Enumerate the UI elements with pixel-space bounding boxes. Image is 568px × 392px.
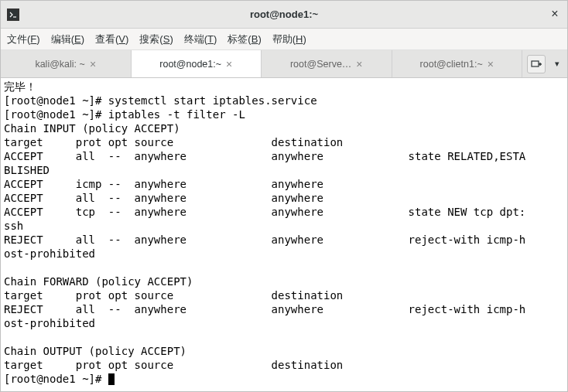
tab-node1[interactable]: root@node1:~ × [132,50,262,77]
menu-help[interactable]: 帮助(H) [272,32,306,46]
new-tab-icon [531,59,542,70]
svg-rect-0 [9,10,18,19]
close-icon[interactable]: × [488,59,494,70]
tab-label: root@node1:~ [159,59,221,70]
tabbar: kali@kali: ~ × root@node1:~ × root@Serve… [1,50,567,78]
close-icon[interactable]: × [90,59,96,70]
window-title: root@node1:~ [1,9,567,20]
tab-label: kali@kali: ~ [35,59,84,70]
titlebar: root@node1:~ × [1,1,567,29]
tab-clietn1[interactable]: root@clietn1:~ × [392,50,523,77]
close-icon[interactable]: × [549,9,561,21]
menu-tabs[interactable]: 标签(B) [228,32,261,46]
chevron-down-icon[interactable]: ▾ [552,59,563,69]
terminal-app-icon [7,9,19,21]
close-icon[interactable]: × [356,59,362,70]
close-icon[interactable]: × [226,59,232,70]
menu-view[interactable]: 查看(V) [95,32,128,46]
menu-edit[interactable]: 编辑(E) [51,32,84,46]
terminal-output[interactable]: 完毕！ [root@node1 ~]# systemctl start ipta… [1,78,567,391]
tab-kali[interactable]: kali@kali: ~ × [1,50,132,77]
tabbar-controls: ▾ [522,50,567,77]
tab-label: root@clietn1:~ [420,59,483,70]
menubar: 文件(F) 编辑(E) 查看(V) 搜索(S) 终端(T) 标签(B) 帮助(H… [1,29,567,50]
tab-label: root@Serve… [290,59,351,70]
svg-rect-2 [532,61,539,66]
new-tab-button[interactable] [527,55,546,73]
menu-search[interactable]: 搜索(S) [139,32,173,46]
menu-file[interactable]: 文件(F) [7,32,40,46]
menu-terminal[interactable]: 终端(T) [184,32,217,46]
cursor [108,373,115,385]
tab-server[interactable]: root@Serve… × [262,50,392,77]
